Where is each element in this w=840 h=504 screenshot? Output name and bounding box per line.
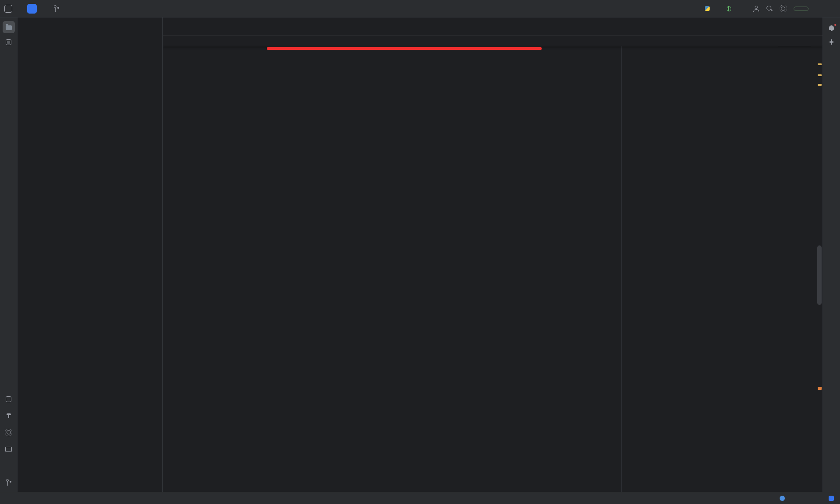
statusbar [0, 492, 840, 504]
search-everywhere-icon[interactable] [766, 5, 773, 12]
run-tool-button[interactable] [3, 376, 15, 388]
project-panel [18, 18, 163, 492]
left-strip-bottom [3, 376, 15, 488]
build-tool-button[interactable] [3, 410, 15, 422]
editor-scrollbar[interactable] [816, 36, 822, 492]
project-tool-button[interactable] [3, 21, 15, 33]
ai-sparkle-icon [829, 39, 835, 45]
notification-badge [834, 24, 836, 26]
project-logo [27, 4, 37, 14]
right-margin-guide [621, 36, 622, 492]
commit-icon [6, 39, 11, 45]
services-gear-icon [7, 430, 11, 434]
settings-gear-icon[interactable] [781, 7, 785, 11]
editor[interactable] [163, 36, 822, 492]
folder-icon [6, 25, 12, 30]
bell-icon [829, 25, 834, 30]
inspections-widget[interactable] [778, 36, 811, 46]
app-window-icon [4, 5, 12, 13]
scrollbar-warning-mark[interactable] [818, 63, 822, 65]
services-tool-button[interactable] [3, 426, 15, 438]
scrollbar-warning-mark[interactable] [818, 84, 822, 86]
ide-window [0, 0, 840, 504]
titlebar [0, 0, 840, 18]
terminal-tool-button[interactable] [3, 443, 15, 455]
editor-column [163, 18, 822, 492]
editor-tab-bar [163, 18, 822, 36]
titlebar-right [705, 5, 836, 12]
annotation-red-box [267, 47, 542, 50]
terminal-icon [5, 447, 12, 452]
branch-selector[interactable] [51, 4, 67, 14]
project-tree [18, 33, 162, 492]
code-area[interactable] [163, 46, 822, 47]
branch-icon [53, 5, 59, 12]
hammer-icon [6, 413, 12, 419]
right-tool-strip [822, 18, 840, 492]
run-config-icon [705, 6, 710, 11]
python-packages-tool-button[interactable] [3, 393, 15, 405]
scrollbar-warning-mark[interactable] [818, 74, 822, 76]
project-panel-header[interactable] [18, 18, 162, 33]
project-selector[interactable] [24, 2, 45, 15]
tab-options-icon[interactable] [812, 18, 819, 35]
more-tools-button[interactable] [3, 51, 15, 63]
scrollbar-info-mark[interactable] [818, 387, 822, 390]
main-area [0, 18, 840, 492]
start-trial-button[interactable] [794, 7, 808, 11]
line-number [163, 36, 186, 46]
vcs-tool-button[interactable] [3, 476, 15, 488]
ai-assistant-button[interactable] [826, 36, 838, 48]
status-notification-icon[interactable] [829, 496, 834, 501]
plugin-status-icon[interactable] [780, 496, 785, 501]
left-tool-strip [0, 18, 18, 492]
problems-tool-button[interactable] [3, 459, 15, 472]
code-with-me-icon[interactable] [753, 6, 759, 12]
scrollbar-thumb[interactable] [817, 245, 822, 304]
statusbar-right [771, 496, 834, 501]
run-widget [705, 6, 736, 12]
package-icon [6, 396, 11, 402]
notifications-button[interactable] [826, 21, 838, 33]
git-branch-icon [6, 479, 11, 486]
sticky-code-text [191, 36, 198, 46]
sticky-class-header[interactable] [163, 36, 822, 46]
debug-button[interactable] [727, 6, 731, 11]
commit-tool-button[interactable] [3, 36, 15, 48]
